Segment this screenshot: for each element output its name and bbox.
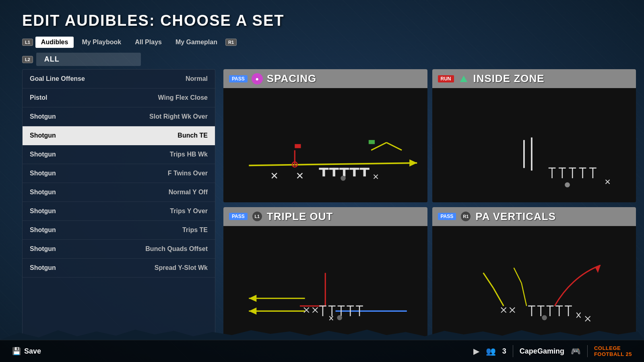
triangle-icon [458,73,469,84]
play-formation-3: Shotgun [30,132,70,139]
play-card-triple-out: PASS L1 TRIPLE OUT [223,207,427,340]
play-list-item-7[interactable]: ShotgunTrips Y Over [23,202,215,221]
card-header-triple-out: PASS L1 TRIPLE OUT [223,207,427,226]
circle-icon: ● [252,73,263,84]
pa-verticals-title: PA VERTICALS [475,210,556,223]
svg-rect-0 [223,89,427,201]
inside-zone-title: INSIDE ZONE [473,72,545,85]
svg-point-64 [337,315,342,320]
svg-rect-12 [329,168,339,170]
play-formation-2: Shotgun [30,113,70,120]
footer-divider-2 [587,345,588,357]
play-formation-9: Shotgun [30,245,70,253]
play-card-pa-verticals: PASS R1 PA VERTICALS [432,207,636,340]
game-logo: COLLEGEFOOTBALL 25 [594,345,632,357]
pass-badge-4: PASS [438,213,456,220]
tab-my-gameplan[interactable]: My Gameplan [170,37,223,48]
filter-select[interactable]: ALL [36,53,141,66]
l1-icon: L1 [252,211,263,222]
inside-zone-diagram [432,88,636,202]
spacing-diagram [223,88,427,202]
svg-rect-67 [432,227,636,339]
play-name-0: Normal [186,75,208,82]
tab-my-playbook[interactable]: My Playbook [76,37,127,48]
play-list-item-2[interactable]: ShotgunSlot Right Wk Over [23,107,215,126]
save-label[interactable]: Save [24,347,41,356]
play-card-inside-zone: RUN INSIDE ZONE [432,69,636,202]
triple-out-diagram [223,226,427,340]
svg-point-87 [542,315,547,320]
svg-rect-8 [369,140,375,144]
user-badge-icon: 🎮 [571,346,581,356]
play-list-item-4[interactable]: ShotgunTrips HB Wk [23,145,215,164]
tab-all-plays[interactable]: All Plays [129,37,167,48]
play-list-item-10[interactable]: ShotgunSpread Y-Slot Wk [23,259,215,278]
username: CapeGaming [520,347,564,356]
l2-badge: L2 [22,56,33,63]
tab-audibles[interactable]: Audibles [35,37,74,48]
users-icon: 👥 [486,346,496,356]
svg-point-23 [341,176,346,181]
spacing-svg [223,88,427,202]
play-name-4: Trips HB Wk [170,151,208,158]
play-name-8: Trips TE [182,226,208,234]
play-name-3: Bunch TE [178,132,208,139]
pass-badge-1: PASS [229,75,248,82]
play-formation-1: Pistol [30,94,70,101]
play-name-2: Slot Right Wk Over [149,113,208,120]
play-name-7: Trips Y Over [170,208,208,215]
save-icon: 💾 [12,347,21,356]
user-count: 3 [502,347,506,356]
youtube-icon: ▶ [473,346,479,356]
footer-right: ▶ 👥 3 CapeGaming 🎮 COLLEGEFOOTBALL 25 [473,345,632,357]
play-formation-7: Shotgun [30,208,70,215]
play-name-6: Normal Y Off [169,189,208,196]
footer-left: 💾 Save [12,347,41,356]
play-formation-0: Goal Line Offense [30,75,85,82]
svg-point-39 [565,182,570,187]
svg-rect-18 [360,168,369,170]
pass-badge-3: PASS [229,213,248,220]
svg-rect-16 [350,168,359,170]
play-formation-10: Shotgun [30,264,70,272]
play-name-9: Bunch Quads Offset [145,245,208,253]
main-container: EDIT AUDIBLES: CHOOSE A SET L1 Audibles … [0,0,644,362]
svg-rect-14 [340,168,349,170]
play-list-item-8[interactable]: ShotgunTrips TE [23,221,215,240]
play-formation-8: Shotgun [30,226,70,234]
play-formation-5: Shotgun [30,170,70,177]
content-area: Goal Line OffenseNormalPistolWing Flex C… [0,69,644,340]
play-name-10: Spread Y-Slot Wk [155,264,208,272]
svg-rect-26 [432,89,636,201]
pa-verticals-diagram [432,226,636,340]
play-formation-4: Shotgun [30,151,70,158]
svg-rect-10 [319,168,328,170]
card-header-inside-zone: RUN INSIDE ZONE [432,69,636,88]
triple-out-title: TRIPLE OUT [267,210,333,223]
play-name-5: F Twins Over [168,170,208,177]
play-list-item-0[interactable]: Goal Line OffenseNormal [23,70,215,88]
triple-out-svg [223,226,427,340]
r1-icon: R1 [460,211,471,222]
play-list-item-6[interactable]: ShotgunNormal Y Off [23,183,215,202]
play-list-item-5[interactable]: ShotgunF Twins Over [23,164,215,183]
run-badge-2: RUN [438,75,454,82]
svg-rect-5 [295,144,301,148]
footer: 💾 Save ▶ 👥 3 CapeGaming 🎮 COLLEGEFOOTBAL… [0,340,644,362]
filter-bar: L2 ALL [0,51,644,69]
play-card-spacing: PASS ● SPACING [223,69,427,202]
l1-badge: L1 [22,39,33,46]
play-list: Goal Line OffenseNormalPistolWing Flex C… [22,69,215,340]
r1-badge: R1 [225,39,237,46]
tab-bar: L1 Audibles My Playbook All Plays My Gam… [0,33,644,51]
inside-zone-svg [432,88,636,202]
play-list-item-3[interactable]: ShotgunBunch TE [23,126,215,145]
play-formation-6: Shotgun [30,189,70,196]
header: EDIT AUDIBLES: CHOOSE A SET [0,0,644,33]
pa-verticals-svg [432,226,636,340]
spacing-title: SPACING [267,72,317,85]
play-list-item-1[interactable]: PistolWing Flex Close [23,88,215,107]
play-list-item-9[interactable]: ShotgunBunch Quads Offset [23,240,215,259]
diagrams-panel: PASS ● SPACING [223,69,636,340]
card-header-spacing: PASS ● SPACING [223,69,427,88]
